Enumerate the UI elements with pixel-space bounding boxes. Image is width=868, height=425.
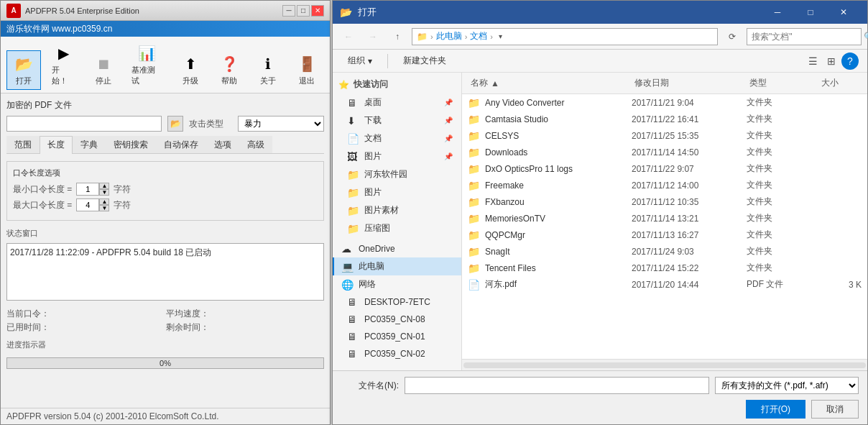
max-password-spinner[interactable]: ▲ ▼ <box>76 198 109 211</box>
toolbar-stop-button[interactable]: ⏹ 停止 <box>86 50 121 90</box>
col-header-name[interactable]: 名称 ▲ <box>468 76 632 91</box>
table-row[interactable]: 📁 DxO OpticsPro 11 logs 2017/11/22 9:07 … <box>462 160 867 177</box>
max-password-input[interactable] <box>76 198 99 211</box>
nav-item-desktop7[interactable]: 🖥 DESKTOP-7ETC <box>333 293 461 311</box>
nav-item-downloads[interactable]: ⬇ 下载 📌 <box>333 111 461 129</box>
tab-dictionary[interactable]: 字典 <box>73 136 106 153</box>
table-row[interactable]: 📁 Freemake 2017/11/12 14:00 文件夹 <box>462 177 867 193</box>
toolbar-upgrade-button[interactable]: ⬆ 升级 <box>173 50 208 90</box>
app-footer: APDFPR version 5.04 (c) 2001-2010 ElcomS… <box>1 408 330 424</box>
organize-button[interactable]: 组织 ▾ <box>341 52 379 70</box>
stop-icon: ⏹ <box>93 54 114 74</box>
attack-type-label: 攻击类型 <box>189 118 232 130</box>
forward-button[interactable]: → <box>363 28 383 45</box>
table-row[interactable]: 📁 Any Video Converter 2017/11/21 9:04 文件… <box>462 94 867 111</box>
file-name: Camtasia Studio <box>485 114 548 124</box>
table-row[interactable]: 📁 Downloads 2017/11/14 14:50 文件夹 <box>462 144 867 160</box>
tab-key-search[interactable]: 密钥搜索 <box>106 136 156 153</box>
min-decrement-button[interactable]: ▼ <box>99 189 109 196</box>
table-row[interactable]: 📁 Camtasia Studio 2017/11/22 16:41 文件夹 <box>462 111 867 127</box>
nav-item-pictures2[interactable]: 📁 图片 <box>333 183 461 201</box>
hscroll-bar[interactable] <box>463 362 866 368</box>
breadcrumb-documents[interactable]: 文档 <box>470 30 487 42</box>
pdf-input-row: 📂 攻击类型 暴力 <box>6 116 324 132</box>
pdf-browse-button[interactable]: 📂 <box>167 116 183 132</box>
file-icon: 📁 <box>468 163 481 175</box>
pdf-file-input[interactable] <box>6 116 162 132</box>
maximize-button[interactable]: □ <box>297 5 310 17</box>
nav-item-pictures[interactable]: 🖼 图片 📌 <box>333 147 461 165</box>
attack-type-select[interactable]: 暴力 <box>238 116 324 132</box>
nav-item-this-pc[interactable]: 💻 此电脑 <box>333 257 461 275</box>
toolbar-separator <box>387 54 388 68</box>
toolbar-open-button[interactable]: 📂 打开 <box>6 50 41 90</box>
open-button[interactable]: 打开(O) <box>746 400 805 419</box>
tab-length[interactable]: 长度 <box>40 136 73 154</box>
hscroll-area[interactable] <box>462 359 867 370</box>
toolbar-about-button[interactable]: ℹ 关于 <box>251 50 285 90</box>
app-window: A APDFPR 5.04 Enterprise Edition ─ □ ✕ 游… <box>0 0 331 425</box>
table-row[interactable]: 📁 QQPCMgr 2017/11/13 16:27 文件夹 <box>462 227 867 243</box>
tab-autosave[interactable]: 自动保存 <box>156 136 206 153</box>
toolbar-start-button[interactable]: ▶ 开始！ <box>45 40 82 90</box>
view-details-button[interactable]: ⊞ <box>823 52 840 70</box>
back-button[interactable]: ← <box>338 28 359 45</box>
new-folder-button[interactable]: 新建文件夹 <box>397 52 453 70</box>
nav-item-compressed[interactable]: 📁 压缩图 <box>333 219 461 237</box>
max-increment-button[interactable]: ▲ <box>99 198 109 205</box>
benchmark-icon: 📊 <box>137 43 157 63</box>
dialog-maximize-button[interactable]: □ <box>794 1 827 24</box>
file-name-cell: 📁 SnagIt <box>468 246 632 257</box>
table-row[interactable]: 📁 SnagIt 2017/11/24 9:03 文件夹 <box>462 243 867 260</box>
table-row[interactable]: 📁 Tencent Files 2017/11/24 15:22 文件夹 <box>462 260 867 276</box>
toolbar-exit-button[interactable]: 🚪 退出 <box>290 50 324 90</box>
file-name: Any Video Converter <box>485 98 565 108</box>
cancel-button[interactable]: 取消 <box>811 400 859 419</box>
col-header-size[interactable]: 大小 <box>818 76 862 91</box>
breadcrumb-dropdown-icon[interactable]: ▾ <box>499 32 502 40</box>
close-button[interactable]: ✕ <box>311 5 324 17</box>
nav-item-software-garden[interactable]: 📁 河东软件园 <box>333 165 461 183</box>
toolbar-help-button[interactable]: ❓ 帮助 <box>212 50 246 90</box>
search-input[interactable] <box>747 30 864 43</box>
min-password-spinner[interactable]: ▲ ▼ <box>76 183 109 196</box>
refresh-button[interactable]: ⟳ <box>722 28 742 45</box>
min-password-input[interactable] <box>76 183 99 196</box>
nav-item-pc0359-08[interactable]: 🖥 PC0359_CN-08 <box>333 311 461 328</box>
dialog-minimize-button[interactable]: ─ <box>761 1 794 24</box>
nav-item-network[interactable]: 🌐 网络 <box>333 275 461 293</box>
tab-options[interactable]: 选项 <box>206 136 239 153</box>
table-row[interactable]: 📁 MemoriesOnTV 2017/11/14 13:21 文件夹 <box>462 210 867 227</box>
dialog-bottom: 文件名(N): 所有支持的文件 (*.pdf, *.afr) 打开(O) 取消 <box>333 370 867 424</box>
search-button[interactable]: 🔍 <box>864 29 868 45</box>
nav-item-picture-material[interactable]: 📁 图片素材 <box>333 201 461 219</box>
file-size: 3 K <box>818 280 862 290</box>
network-icon: 🌐 <box>341 279 354 291</box>
max-decrement-button[interactable]: ▼ <box>99 205 109 211</box>
nav-item-desktop[interactable]: 🖥 桌面 📌 <box>333 93 461 111</box>
up-button[interactable]: ↑ <box>387 28 407 45</box>
toolbar-benchmark-button[interactable]: 📊 基准测试 <box>125 40 169 90</box>
network-label: 网络 <box>359 278 376 291</box>
tab-advanced[interactable]: 高级 <box>239 136 272 153</box>
view-list-button[interactable]: ☰ <box>804 52 821 70</box>
col-header-date[interactable]: 修改日期 <box>632 76 747 91</box>
minimize-button[interactable]: ─ <box>282 5 295 17</box>
pdf-file-row: 加密的 PDF 文件 <box>6 99 324 111</box>
min-increment-button[interactable]: ▲ <box>99 183 109 189</box>
table-row[interactable]: 📁 FXbanzou 2017/11/12 10:35 文件夹 <box>462 193 867 210</box>
table-row[interactable]: 📁 CELSYS 2017/11/25 15:35 文件夹 <box>462 127 867 144</box>
dialog-close-button[interactable]: ✕ <box>827 1 860 24</box>
nav-item-documents[interactable]: 📄 文档 📌 <box>333 129 461 147</box>
filetype-select[interactable]: 所有支持的文件 (*.pdf, *.afr) <box>715 377 859 394</box>
nav-item-onedrive[interactable]: ☁ OneDrive <box>333 240 461 257</box>
table-row[interactable]: 📄 河东.pdf 2017/11/20 14:44 PDF 文件 3 K <box>462 276 867 293</box>
help-button[interactable]: ? <box>841 52 859 70</box>
col-header-type[interactable]: 类型 <box>747 76 818 91</box>
breadcrumb-this-pc[interactable]: 此电脑 <box>436 30 462 42</box>
status-window: 2017/11/28 11:22:09 - APDFPR 5.04 build … <box>6 243 324 301</box>
nav-item-pc0359-01[interactable]: 🖥 PC0359_CN-01 <box>333 328 461 345</box>
filename-input[interactable] <box>405 377 709 394</box>
tab-range[interactable]: 范围 <box>6 136 40 153</box>
nav-item-pc0359-02[interactable]: 🖥 PC0359_CN-02 <box>333 345 461 362</box>
